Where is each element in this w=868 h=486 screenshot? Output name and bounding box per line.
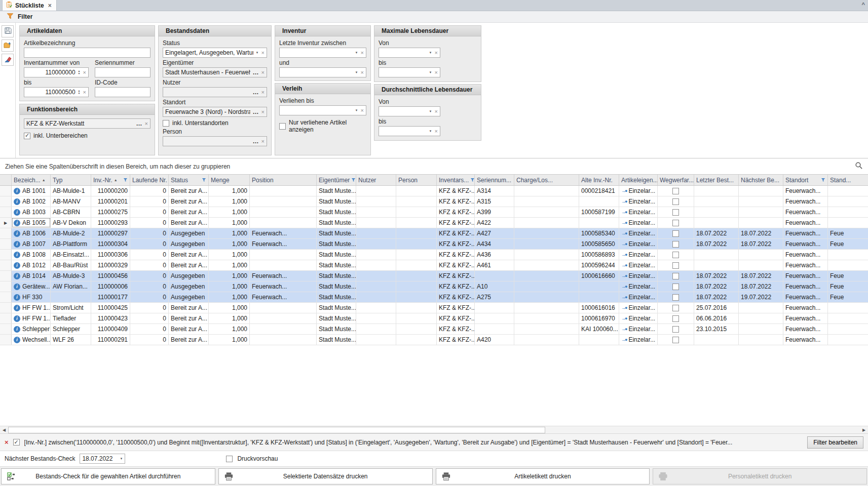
cell-wegwerf[interactable]: [658, 292, 694, 302]
cell-person[interactable]: [396, 281, 437, 292]
cell-standort[interactable]: Feuerwach...: [783, 218, 828, 228]
ellipsis-icon[interactable]: …: [136, 120, 142, 127]
cell-lfd[interactable]: 0: [130, 335, 169, 345]
cell-menge[interactable]: 1,000: [209, 186, 250, 196]
column-header-standort[interactable]: Standort: [783, 175, 828, 185]
cell-charge[interactable]: [514, 260, 579, 270]
clear-icon[interactable]: ×: [261, 89, 265, 95]
cell-struktur[interactable]: KFZ & KFZ-...: [437, 281, 475, 292]
cell-bez[interactable]: iGerätew...: [12, 281, 51, 292]
ellipsis-icon[interactable]: …: [253, 108, 259, 115]
wegwerfartikel-checkbox[interactable]: [672, 294, 679, 301]
cell-alt[interactable]: 1000616660: [579, 271, 619, 281]
cell-eig[interactable]: Stadt Muste...: [317, 324, 356, 334]
cell-standort[interactable]: Feuerwach...: [783, 271, 828, 281]
column-filter-icon[interactable]: [123, 178, 128, 182]
cell-menge[interactable]: 1,000: [209, 260, 250, 270]
cell-nutzer[interactable]: [356, 250, 396, 260]
collapse-panel-icon[interactable]: ^: [862, 2, 865, 8]
bestands-check-button[interactable]: Bestands-Check für die gewahlten Artikel…: [1, 468, 215, 484]
cell-wegwerf[interactable]: [658, 186, 694, 196]
column-header-lfd[interactable]: Laufende Nr.: [130, 175, 169, 185]
load-filter-button[interactable]: [2, 39, 14, 52]
cell-standort[interactable]: Feuerwach...: [783, 228, 828, 238]
cell-bez[interactable]: iWechsell...: [12, 335, 51, 345]
cell-person[interactable]: [396, 335, 437, 345]
cell-charge[interactable]: [514, 281, 579, 292]
inventur-und-combo[interactable]: ▼ ×: [279, 67, 366, 77]
selektierte-drucken-button[interactable]: Selektierte Datensätze drucken: [218, 468, 433, 484]
cell-lfd[interactable]: 0: [130, 186, 169, 196]
cell-typ[interactable]: Tieflader: [51, 313, 91, 323]
cell-alt[interactable]: 0000218421: [579, 186, 619, 196]
cell-standort2[interactable]: Feue: [828, 228, 868, 238]
inkl-unterbereichen-checkbox[interactable]: [24, 133, 30, 139]
cell-eigenschaft[interactable]: →●Einzelar...: [619, 260, 658, 270]
cell-person[interactable]: [396, 218, 437, 228]
cell-pos[interactable]: [250, 324, 317, 334]
cell-nutzer[interactable]: [356, 228, 396, 238]
cell-nutzer[interactable]: [356, 196, 396, 207]
cell-typ[interactable]: AB-Bau/Rüst: [51, 260, 91, 270]
cell-letzter[interactable]: 06.06.2016: [694, 313, 739, 323]
info-icon[interactable]: i: [14, 220, 20, 226]
cell-person[interactable]: [396, 239, 437, 249]
info-icon[interactable]: i: [14, 209, 20, 216]
cell-standort2[interactable]: Feue: [828, 239, 868, 249]
cell-status[interactable]: Bereit zur A...: [169, 250, 209, 260]
column-header-pos[interactable]: Position: [250, 175, 317, 185]
cell-serien[interactable]: A427: [475, 228, 514, 238]
cell-pos[interactable]: Feuerwach...: [250, 271, 317, 281]
cell-letzter[interactable]: 18.07.2022: [694, 228, 739, 238]
info-icon[interactable]: i: [14, 305, 20, 311]
cell-charge[interactable]: [514, 335, 579, 345]
cell-standort[interactable]: Feuerwach...: [783, 292, 828, 302]
dropdown-caret-icon[interactable]: ▼: [429, 130, 432, 133]
info-icon[interactable]: i: [14, 273, 20, 279]
table-row[interactable]: iAB 1006AB-Mulde-21100002970Ausgegeben1,…: [0, 228, 868, 239]
cell-nutzer[interactable]: [356, 218, 396, 228]
column-filter-icon[interactable]: [470, 178, 475, 182]
cell-naechster[interactable]: [739, 218, 783, 228]
cell-charge[interactable]: [514, 324, 579, 334]
column-header-struktur[interactable]: Inventars...: [437, 175, 475, 185]
column-filter-icon[interactable]: [351, 178, 356, 182]
table-row[interactable]: iAB 1003AB-CBRN1100002750Bereit zur A...…: [0, 207, 868, 218]
cell-inv[interactable]: 110000177: [91, 292, 130, 302]
table-row[interactable]: iAB 1008AB-Einsatzl...1100003060Bereit z…: [0, 250, 868, 260]
cell-charge[interactable]: [514, 239, 579, 249]
cell-letzter[interactable]: 18.07.2022: [694, 271, 739, 281]
scroll-right-icon[interactable]: ▶: [860, 428, 868, 432]
clear-icon[interactable]: ×: [261, 109, 265, 115]
cell-pos[interactable]: [250, 196, 317, 207]
info-icon[interactable]: i: [14, 252, 20, 258]
cell-wegwerf[interactable]: [658, 281, 694, 292]
info-icon[interactable]: i: [14, 198, 20, 205]
cell-nutzer[interactable]: [356, 313, 396, 323]
filter-enabled-checkbox[interactable]: [13, 439, 20, 446]
wegwerfartikel-checkbox[interactable]: [672, 230, 679, 237]
cell-alt[interactable]: 1000596244: [579, 260, 619, 270]
cell-eigenschaft[interactable]: →●Einzelar...: [619, 271, 658, 281]
remove-filter-icon[interactable]: ×: [5, 438, 9, 446]
cell-struktur[interactable]: KFZ & KFZ-...: [437, 228, 475, 238]
cell-standort2[interactable]: Feue: [828, 271, 868, 281]
cell-nutzer[interactable]: [356, 271, 396, 281]
cell-naechster[interactable]: [739, 186, 783, 196]
cell-naechster[interactable]: 18.07.2022: [739, 271, 783, 281]
cell-inv[interactable]: 110000304: [91, 239, 130, 249]
cell-nutzer[interactable]: [356, 186, 396, 196]
info-icon[interactable]: i: [14, 337, 20, 343]
cell-menge[interactable]: 1,000: [209, 335, 250, 345]
cell-wegwerf[interactable]: [658, 313, 694, 323]
cell-alt[interactable]: 1000587199: [579, 207, 619, 217]
naechster-check-date-combo[interactable]: 18.07.2022 ▼: [80, 454, 125, 464]
dropdown-caret-icon[interactable]: ▼: [120, 457, 123, 460]
clear-icon[interactable]: ×: [261, 50, 265, 56]
artikeletikett-drucken-button[interactable]: Artikeletikett drucken: [436, 468, 650, 484]
cell-lfd[interactable]: 0: [130, 271, 169, 281]
cell-charge[interactable]: [514, 271, 579, 281]
cell-status[interactable]: Bereit zur A...: [169, 218, 209, 228]
search-icon[interactable]: [855, 161, 863, 171]
cell-nutzer[interactable]: [356, 281, 396, 292]
